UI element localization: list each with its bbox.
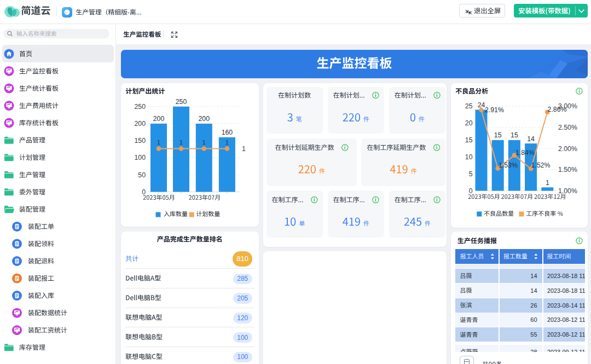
svg-text:1.50%: 1.50% — [558, 166, 577, 174]
svg-text:1.52%: 1.52% — [531, 161, 551, 169]
svg-text:50: 50 — [138, 171, 146, 179]
svg-text:0: 0 — [469, 187, 473, 195]
svg-text:15: 15 — [494, 131, 502, 139]
svg-text:20: 20 — [465, 119, 473, 127]
svg-text:160: 160 — [222, 129, 233, 136]
svg-text:1: 1 — [179, 139, 183, 146]
svg-text:1.00%: 1.00% — [558, 187, 577, 195]
svg-text:150: 150 — [134, 137, 146, 145]
svg-text:1.53%: 1.53% — [499, 161, 518, 169]
svg-text:2.91%: 2.91% — [485, 106, 504, 114]
svg-text:1: 1 — [546, 179, 549, 187]
svg-text:250: 250 — [176, 98, 187, 106]
svg-text:2.50%: 2.50% — [558, 124, 577, 131]
svg-text:15: 15 — [511, 131, 518, 139]
svg-text:250: 250 — [134, 103, 146, 111]
svg-text:1: 1 — [242, 145, 246, 153]
svg-text:10: 10 — [465, 153, 473, 161]
svg-text:1: 1 — [157, 139, 160, 146]
svg-text:100: 100 — [134, 154, 146, 161]
svg-text:5: 5 — [469, 170, 473, 178]
svg-text:200: 200 — [153, 115, 165, 123]
svg-text:0: 0 — [142, 188, 146, 196]
svg-text:25: 25 — [465, 102, 473, 110]
svg-text:1: 1 — [225, 139, 229, 146]
svg-text:200: 200 — [199, 115, 210, 123]
svg-text:14: 14 — [527, 135, 535, 143]
svg-text:2.00%: 2.00% — [558, 145, 577, 153]
svg-text:2.86%: 2.86% — [548, 106, 567, 113]
svg-text:1.84%: 1.84% — [515, 149, 535, 157]
svg-text:1: 1 — [202, 139, 206, 146]
svg-text:15: 15 — [465, 136, 473, 144]
svg-text:200: 200 — [134, 120, 146, 128]
